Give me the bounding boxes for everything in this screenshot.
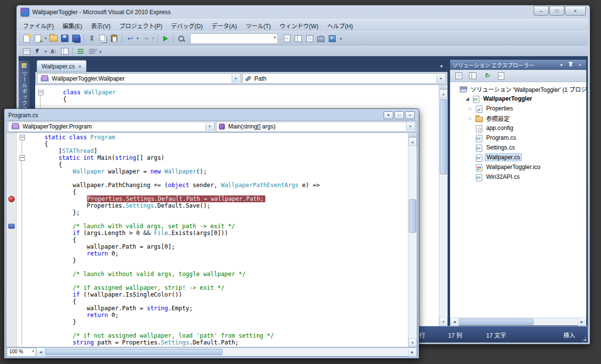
new-project-icon[interactable] <box>21 33 32 43</box>
properties-window-icon[interactable] <box>453 71 464 81</box>
solution-explorer-header[interactable]: ソリューション エクスプローラー ▾ × <box>450 60 586 70</box>
toolbox-window-icon[interactable] <box>315 33 326 43</box>
pointer-dropdown-icon[interactable] <box>43 46 48 57</box>
save-all-icon[interactable] <box>70 33 82 43</box>
comment-lines-icon[interactable] <box>75 46 86 57</box>
hscroll-thumb[interactable] <box>45 349 222 355</box>
tree-item-5[interactable]: Program.cs <box>450 133 586 143</box>
display-member-list-icon[interactable] <box>21 46 32 57</box>
search-combobox[interactable] <box>190 33 278 44</box>
tree-item-6[interactable]: Settings.cs <box>450 143 586 152</box>
scroll-up-icon[interactable]: ▲ <box>439 89 448 98</box>
schema-grid-icon[interactable] <box>59 46 70 57</box>
find-icon[interactable] <box>175 33 187 43</box>
code-editor-program[interactable]: static class Program { [STAThread] stati… <box>6 133 417 347</box>
open-file-icon[interactable] <box>48 33 59 43</box>
scroll-down-icon[interactable]: ▼ <box>408 338 417 347</box>
close-button[interactable]: × <box>565 6 586 16</box>
menu-item-data[interactable]: データ(A) <box>207 20 241 32</box>
quick-find-icon[interactable] <box>281 33 293 43</box>
close-button[interactable]: × <box>405 111 415 119</box>
vscroll-thumb[interactable] <box>409 199 416 233</box>
hscroll-thumb[interactable] <box>459 319 534 325</box>
solution-hscrollbar[interactable]: ◀ ▶ <box>450 318 586 325</box>
vscroll-thumb[interactable] <box>440 99 447 174</box>
uncomment-lines-icon[interactable] <box>86 46 97 57</box>
tab-wallpaper-cs[interactable]: Wallpaper.cs × <box>37 60 86 72</box>
menu-item-view[interactable]: 表示(V) <box>86 20 115 32</box>
splitter-grip[interactable] <box>408 133 417 137</box>
window-position-chevron-icon[interactable]: ▾ <box>384 111 393 119</box>
menu-item-tools[interactable]: ツール(T) <box>241 20 275 32</box>
tree-item-7[interactable]: Wallpaper.cs <box>450 152 586 162</box>
sort-ascending-icon[interactable]: A↑ <box>48 46 59 57</box>
copy-icon[interactable] <box>97 33 108 43</box>
expanded-arrow-icon[interactable]: ◢ <box>465 96 470 101</box>
menu-item-window[interactable]: ウィンドウ(W) <box>275 20 322 32</box>
members-dropdown[interactable]: Main(string[] args) <box>216 122 415 132</box>
scroll-down-icon[interactable]: ▼ <box>439 317 448 326</box>
toolbar-options-icon[interactable] <box>338 33 344 43</box>
menu-item-edit[interactable]: 編集(E) <box>58 20 86 32</box>
redo-dropdown-icon[interactable] <box>151 33 155 43</box>
splitter-grip[interactable] <box>439 85 448 89</box>
extension-manager-icon[interactable] <box>326 33 338 43</box>
maximize-button[interactable]: □ <box>394 111 404 119</box>
redo-icon[interactable]: ↪ <box>140 33 151 43</box>
solution-explorer-window-icon[interactable] <box>293 33 304 43</box>
code-text[interactable]: static class Program { [STAThread] stati… <box>27 133 408 347</box>
select-pointer-icon[interactable] <box>32 46 43 57</box>
save-icon[interactable] <box>59 33 70 43</box>
floating-title-bar[interactable]: Program.cs ▾ □ × <box>6 110 417 120</box>
tree-item-3[interactable]: ▷参照設定 <box>450 113 586 123</box>
cut-icon[interactable] <box>86 33 97 43</box>
menu-item-project[interactable]: プロジェクト(P) <box>115 20 167 32</box>
scroll-left-icon[interactable]: ◀ <box>450 318 459 326</box>
tree-item-1[interactable]: ◢WallpaperToggler <box>450 94 586 104</box>
refresh-icon[interactable]: ↻ <box>481 71 493 81</box>
indicator-margin[interactable] <box>6 133 17 347</box>
types-dropdown[interactable]: WallpaperToggler.Program <box>8 122 215 132</box>
minimize-button[interactable]: – <box>534 6 549 16</box>
menu-item-file[interactable]: ファイル(F) <box>19 20 58 32</box>
resize-grip[interactable] <box>580 335 586 341</box>
scroll-left-icon[interactable]: ◀ <box>36 347 45 357</box>
document-list-chevron-icon[interactable]: ▼ <box>439 64 444 69</box>
bookmark-icon[interactable] <box>8 224 15 229</box>
auto-hide-pin-icon[interactable] <box>567 62 575 68</box>
add-new-item-icon[interactable] <box>32 33 43 43</box>
paste-icon[interactable] <box>108 33 120 43</box>
view-code-icon[interactable] <box>495 71 507 81</box>
collapsed-arrow-icon[interactable]: ▷ <box>468 107 473 111</box>
window-position-chevron-icon[interactable]: ▾ <box>558 62 565 68</box>
menu-item-debug[interactable]: デバッグ(D) <box>167 20 207 32</box>
tree-item-9[interactable]: Win32API.cs <box>450 172 586 182</box>
maximize-button[interactable]: □ <box>549 6 564 16</box>
close-panel-icon[interactable]: × <box>576 62 584 68</box>
tree-item-0[interactable]: ソリューション 'WallpaperToggler' (1 プロジェクト) <box>450 84 586 94</box>
breakpoint-icon[interactable] <box>8 196 15 202</box>
collapse-region-icon[interactable] <box>20 135 25 140</box>
menu-item-help[interactable]: ヘルプ(H) <box>323 20 358 32</box>
collapsed-arrow-icon[interactable]: ▷ <box>468 116 473 121</box>
collapse-region-icon[interactable] <box>38 90 43 95</box>
zoom-dropdown[interactable]: 100 % <box>7 348 36 357</box>
scroll-right-icon[interactable]: ▶ <box>408 347 417 357</box>
collapse-region-icon[interactable] <box>20 155 25 161</box>
editor-vscrollbar[interactable]: ▲ ▼ <box>439 85 448 326</box>
tree-item-2[interactable]: ▷Properties <box>450 104 586 113</box>
tree-item-4[interactable]: app.config <box>450 123 586 133</box>
tree-item-8[interactable]: WallpaperToggler.ico <box>450 162 586 172</box>
title-bar[interactable]: WallpaperToggler - Microsoft Visual C# 2… <box>17 5 590 19</box>
undo-icon[interactable]: ↩ <box>124 33 135 43</box>
editor-vscrollbar[interactable]: ▲ ▼ <box>408 133 417 347</box>
toolbar-options-icon[interactable] <box>97 46 104 57</box>
scroll-right-icon[interactable]: ▶ <box>578 318 586 326</box>
properties-window-icon[interactable] <box>304 33 315 43</box>
undo-dropdown-icon[interactable] <box>135 33 140 43</box>
members-dropdown[interactable]: Path <box>242 73 446 84</box>
tab-close-icon[interactable]: × <box>78 64 81 69</box>
types-dropdown[interactable]: WallpaperToggler.Wallpaper <box>37 73 241 84</box>
start-debugging-icon[interactable] <box>160 33 171 43</box>
show-all-files-icon[interactable] <box>467 71 478 81</box>
